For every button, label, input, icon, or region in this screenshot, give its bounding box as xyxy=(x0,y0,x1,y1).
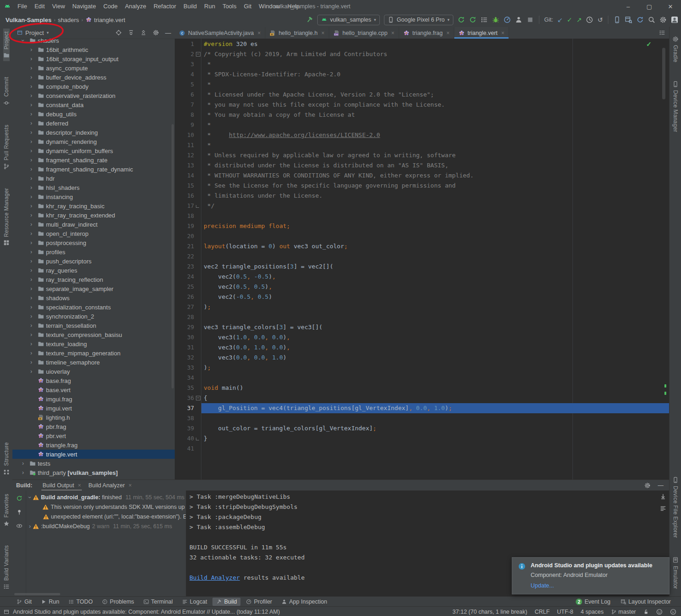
git-push-icon[interactable]: ↗ xyxy=(577,17,582,23)
notification-update-link[interactable]: Update... xyxy=(531,582,554,589)
fold-marker-icon[interactable]: − xyxy=(196,52,200,57)
code-line-22[interactable]: 22 xyxy=(175,251,669,262)
chevron-expanded-icon[interactable]: › xyxy=(20,40,26,41)
code-line-18[interactable]: 18 xyxy=(175,211,669,221)
chevron-collapsed-icon[interactable]: › xyxy=(30,74,32,80)
code-line-3[interactable]: 3 * xyxy=(175,59,669,69)
scroll-to-end-icon[interactable] xyxy=(660,493,666,500)
profiler-icon[interactable] xyxy=(504,16,511,23)
tab-close-icon[interactable]: × xyxy=(78,482,81,489)
settings-gear-icon[interactable] xyxy=(659,16,667,23)
tab-close-icon[interactable]: × xyxy=(321,30,325,36)
panel-settings-gear-icon[interactable] xyxy=(153,29,159,36)
history-icon[interactable] xyxy=(586,16,593,23)
chevron-collapsed-icon[interactable]: › xyxy=(30,359,32,365)
menu-item-build[interactable]: Build xyxy=(180,0,200,13)
fold-end-marker-icon[interactable] xyxy=(196,438,199,440)
chevron-collapsed-icon[interactable]: › xyxy=(30,276,32,283)
menu-item-analyze[interactable]: Analyze xyxy=(121,0,150,13)
tab-triangle.vert[interactable]: triangle.vert× xyxy=(454,27,509,39)
chevron-collapsed-icon[interactable]: › xyxy=(30,65,32,71)
sidebar-item-favorites[interactable]: Favorites xyxy=(3,491,10,530)
breadcrumb-file[interactable]: triangle.vert xyxy=(94,17,126,23)
code-line-36[interactable]: 36−{ xyxy=(175,393,669,403)
code-line-1[interactable]: 1#version 320 es xyxy=(175,39,669,49)
tree-item-base.vert[interactable]: base.vert xyxy=(12,385,175,394)
tree-item-tests[interactable]: ›tests xyxy=(12,459,175,468)
build-hammer-icon[interactable] xyxy=(306,16,313,23)
code-line-8[interactable]: 8 * You may obtain a copy of the License… xyxy=(175,110,669,120)
menu-item-navigate[interactable]: Navigate xyxy=(69,0,99,13)
chevron-collapsed-icon[interactable]: › xyxy=(30,102,32,108)
code-line-12[interactable]: 12 * Unless required by applicable law o… xyxy=(175,150,669,160)
tree-item-ray_tracing_reflection[interactable]: ›ray_tracing_reflection xyxy=(12,275,175,284)
pin-icon[interactable] xyxy=(16,509,23,515)
chevron-collapsed-icon[interactable]: › xyxy=(30,240,32,246)
tab-close-icon[interactable]: × xyxy=(128,482,132,489)
chevron-collapsed-icon[interactable]: › xyxy=(30,249,32,255)
hide-build-panel-icon[interactable]: — xyxy=(658,482,664,489)
chevron-collapsed-icon[interactable]: › xyxy=(30,221,32,228)
build-analyzer-link[interactable]: Build Analyzer xyxy=(189,574,240,581)
project-view-selector[interactable]: Project ▾ xyxy=(12,29,49,36)
sidebar-item-device-file-explorer[interactable]: Device File Explorer xyxy=(672,474,679,541)
tree-item-triangle.vert[interactable]: triangle.vert xyxy=(12,450,175,459)
tree-item-pbr.vert[interactable]: pbr.vert xyxy=(12,431,175,440)
code-line-7[interactable]: 7 * you may not use this file except in … xyxy=(175,100,669,110)
toolwindow-toggle-icon[interactable] xyxy=(4,609,9,615)
view-options-eye-icon[interactable] xyxy=(16,523,23,529)
code-line-41[interactable]: 41 xyxy=(175,444,669,454)
code-line-28[interactable]: 28 xyxy=(175,312,669,322)
attach-debugger-icon[interactable] xyxy=(515,16,522,23)
breadcrumb-folder[interactable]: shaders xyxy=(58,17,79,23)
menu-item-tools[interactable]: Tools xyxy=(219,0,240,13)
tab-hello_triangle.cpp[interactable]: hello_triangle.cpp× xyxy=(329,27,399,39)
code-line-23[interactable]: 23vec2 triangle_positions[3] = vec2[]( xyxy=(175,262,669,272)
locate-file-icon[interactable] xyxy=(115,29,122,36)
tree-item-open_cl_interop[interactable]: ›open_cl_interop xyxy=(12,229,175,238)
code-line-17[interactable]: 17 */ xyxy=(175,201,669,211)
minimize-button[interactable]: – xyxy=(618,0,639,13)
tree-item-profiles[interactable]: ›profiles xyxy=(12,247,175,257)
tree-item-terrain_tessellation[interactable]: ›terrain_tessellation xyxy=(12,321,175,330)
code-line-9[interactable]: 9 * xyxy=(175,120,669,130)
toolwindow-button-app-inspection[interactable]: App Inspection xyxy=(278,598,331,606)
chevron-collapsed-icon[interactable]: › xyxy=(30,350,32,356)
build-tree-row[interactable]: This version only understands SDK XML ve… xyxy=(26,502,186,512)
tree-item-texture_compression_basisu[interactable]: ›texture_compression_basisu xyxy=(12,330,175,339)
tab-close-icon[interactable]: × xyxy=(391,30,395,36)
git-update-icon[interactable]: ↙ xyxy=(557,17,563,23)
chevron-collapsed-icon[interactable]: › xyxy=(22,469,24,476)
code-line-33[interactable]: 33); xyxy=(175,363,669,373)
maximize-button[interactable]: ▢ xyxy=(639,0,660,13)
code-line-24[interactable]: 24 vec2(0.5, -0.5), xyxy=(175,272,669,282)
toolwindow-button-run[interactable]: Run xyxy=(37,598,63,606)
editor-scrollbar[interactable] xyxy=(662,48,665,99)
toolwindow-button-build[interactable]: Build xyxy=(212,598,240,606)
tree-item-fragment_shading_rate_dynamic[interactable]: ›fragment_shading_rate_dynamic xyxy=(12,165,175,174)
tree-item-hdr[interactable]: ›hdr xyxy=(12,174,175,183)
sidebar-item-device-manager[interactable]: Device Manager xyxy=(672,78,679,135)
tree-item-constant_data[interactable]: ›constant_data xyxy=(12,100,175,109)
stop-icon[interactable] xyxy=(526,16,534,23)
tree-item-16bit_storage_input_output[interactable]: ›16bit_storage_input_output xyxy=(12,54,175,63)
chevron-collapsed-icon[interactable]: › xyxy=(30,331,32,338)
code-line-26[interactable]: 26 vec2(-0.5, 0.5) xyxy=(175,292,669,302)
sidebar-item-resource-manager[interactable]: Resource Manager xyxy=(3,185,10,249)
feedback-smile-icon[interactable] xyxy=(656,609,663,615)
fold-end-marker-icon[interactable] xyxy=(196,205,199,208)
tree-item-imgui.frag[interactable]: imgui.frag xyxy=(12,394,175,404)
chevron-collapsed-icon[interactable]: › xyxy=(30,230,32,237)
chevron-expanded-icon[interactable]: › xyxy=(27,496,33,498)
tree-item-triangle.frag[interactable]: triangle.frag xyxy=(12,440,175,450)
code-line-19[interactable]: 19precision mediump float; xyxy=(175,221,669,231)
build-panel-settings-gear-icon[interactable] xyxy=(644,482,651,489)
chevron-collapsed-icon[interactable]: › xyxy=(30,56,32,62)
code-line-25[interactable]: 25 vec2(0.5, 0.5), xyxy=(175,282,669,292)
device-select[interactable]: Google Pixel 6 Pro ▾ xyxy=(384,15,453,25)
indent-indicator[interactable]: 4 spaces xyxy=(581,609,604,615)
code-line-27[interactable]: 27); xyxy=(175,302,669,312)
tab-close-icon[interactable]: × xyxy=(258,30,261,36)
run-app-icon[interactable] xyxy=(458,16,465,23)
tree-item-uioverlay[interactable]: ›uioverlay xyxy=(12,367,175,376)
